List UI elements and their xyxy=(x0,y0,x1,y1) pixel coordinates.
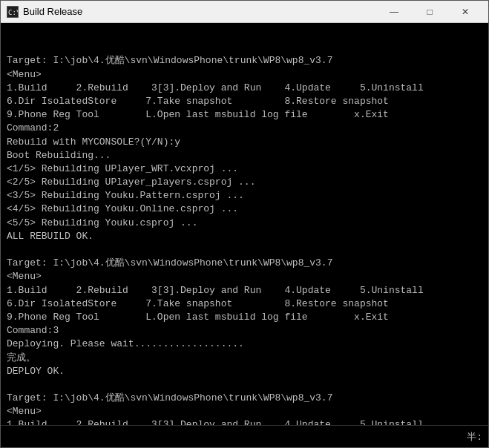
console-area[interactable]: Target: I:\job\4.优酷\svn\WindowsPhone\tru… xyxy=(1,23,488,425)
maximize-button[interactable]: □ xyxy=(413,3,447,21)
svg-text:C:\: C:\ xyxy=(8,9,18,16)
title-buttons: — □ ✕ xyxy=(377,3,482,21)
close-button[interactable]: ✕ xyxy=(448,3,482,21)
ime-indicator: 半: xyxy=(467,430,482,444)
window: C:\ Build Release — □ ✕ Target: I:\job\4… xyxy=(0,0,489,448)
bottom-bar: 半: xyxy=(1,425,488,447)
minimize-button[interactable]: — xyxy=(377,3,411,21)
console-output: Target: I:\job\4.优酷\svn\WindowsPhone\tru… xyxy=(7,54,482,425)
terminal-icon: C:\ xyxy=(7,6,19,18)
title-bar: C:\ Build Release — □ ✕ xyxy=(1,1,488,23)
window-title: Build Release xyxy=(23,6,373,17)
